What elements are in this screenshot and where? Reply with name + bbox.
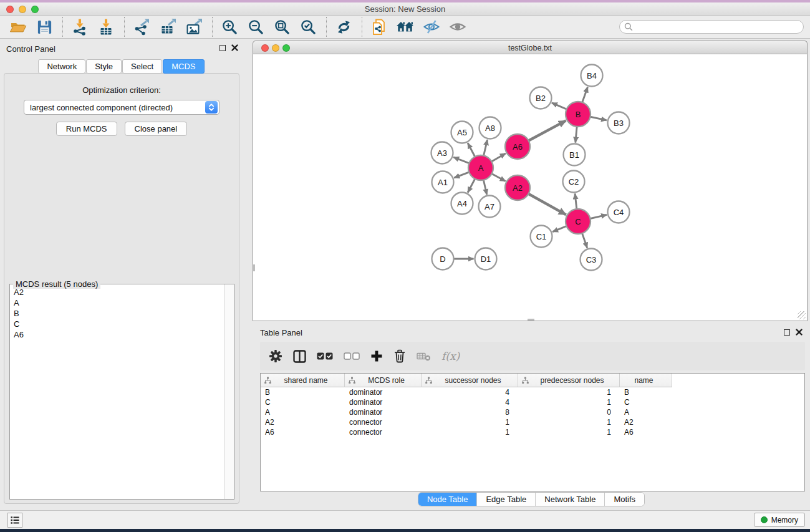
cell-successor-nodes: 4 bbox=[422, 397, 518, 407]
cytoscape-app: Session: New Session bbox=[0, 0, 810, 532]
export-network-button[interactable] bbox=[132, 17, 151, 36]
save-session-button[interactable] bbox=[35, 17, 54, 36]
result-item[interactable]: C bbox=[10, 319, 224, 329]
result-scrollbar[interactable] bbox=[224, 284, 234, 499]
delete-table-button[interactable] bbox=[417, 347, 431, 365]
tree-icon bbox=[264, 377, 271, 384]
optimization-criterion-select[interactable]: largest connected component (directed) bbox=[24, 100, 219, 115]
table-toolbar: f(x) bbox=[260, 342, 805, 370]
table-row[interactable]: C dominator 4 1 C bbox=[261, 397, 804, 407]
toolbar-separator bbox=[62, 17, 63, 37]
search-field[interactable] bbox=[619, 20, 804, 34]
column-header-mcds-role[interactable]: MCDS role bbox=[345, 374, 422, 387]
add-column-button[interactable] bbox=[370, 347, 383, 365]
graph-node-label-D: D bbox=[440, 254, 445, 264]
task-history-button[interactable] bbox=[7, 513, 22, 528]
tab-mcds[interactable]: MCDS bbox=[163, 59, 204, 74]
close-panel-icon[interactable] bbox=[231, 44, 238, 51]
column-header-successor-nodes[interactable]: successor nodes bbox=[422, 374, 518, 387]
memory-button[interactable]: Memory bbox=[754, 513, 805, 527]
cell-predecessor-nodes: 1 bbox=[518, 387, 620, 397]
import-table-button[interactable] bbox=[97, 17, 115, 36]
search-input[interactable] bbox=[633, 21, 803, 32]
column-header-name[interactable]: name bbox=[620, 374, 672, 387]
zoom-in-button[interactable] bbox=[220, 17, 239, 36]
float-panel-icon[interactable] bbox=[784, 329, 790, 336]
float-panel-icon[interactable] bbox=[219, 45, 226, 51]
zoom-selected-button[interactable] bbox=[299, 17, 317, 36]
result-item[interactable]: A2 bbox=[10, 287, 224, 297]
result-item[interactable]: B bbox=[10, 308, 224, 319]
main-titlebar[interactable]: Session: New Session bbox=[0, 2, 810, 16]
resize-grip[interactable] bbox=[798, 311, 806, 319]
zoom-selected-icon bbox=[300, 19, 317, 36]
toolbar-separator bbox=[362, 17, 362, 37]
cell-mcds-role: dominator bbox=[345, 397, 422, 407]
network-graph[interactable]: AA1A2A3A4A5A6A7A8BB1B2B3B4CC1C2C3C4DD1 bbox=[253, 54, 807, 320]
tab-network[interactable]: Network bbox=[38, 59, 85, 74]
cell-predecessor-nodes: 1 bbox=[518, 417, 620, 427]
column-header-predecessor-nodes[interactable]: predecessor nodes bbox=[518, 374, 620, 387]
table-row[interactable]: A6 connector 1 1 A6 bbox=[261, 427, 804, 437]
tab-network-table[interactable]: Network Table bbox=[536, 493, 605, 506]
show-columns-button[interactable] bbox=[293, 347, 306, 365]
toolbar-separator bbox=[326, 17, 327, 37]
tab-style[interactable]: Style bbox=[86, 59, 122, 74]
function-builder-button[interactable]: f(x) bbox=[441, 347, 460, 365]
tree-icon bbox=[522, 377, 529, 384]
tab-motifs[interactable]: Motifs bbox=[605, 493, 644, 506]
graph-node-label-A: A bbox=[478, 163, 484, 173]
close-panel-icon[interactable] bbox=[796, 329, 803, 336]
table-row[interactable]: A2 connector 1 1 A2 bbox=[261, 417, 804, 427]
graph-node-label-B4: B4 bbox=[587, 71, 597, 80]
eye-icon bbox=[449, 19, 466, 34]
tab-edge-table[interactable]: Edge Table bbox=[477, 493, 536, 506]
zoom-fit-button[interactable] bbox=[272, 17, 291, 36]
cell-name: B bbox=[620, 387, 672, 397]
export-table-icon bbox=[159, 18, 176, 36]
graph-node-label-C4: C4 bbox=[614, 208, 624, 217]
import-network-button[interactable] bbox=[70, 17, 89, 36]
list-icon bbox=[9, 515, 21, 526]
zoom-out-button[interactable] bbox=[246, 17, 265, 36]
table-header-row: shared name MCDS role bbox=[261, 374, 804, 387]
checked-boxes-icon bbox=[317, 352, 333, 360]
open-file-button[interactable] bbox=[9, 17, 27, 36]
result-item[interactable]: A6 bbox=[10, 329, 224, 340]
tab-select[interactable]: Select bbox=[122, 59, 162, 74]
homes-button[interactable] bbox=[396, 17, 415, 36]
mcds-result-box: MCDS result (5 nodes) A2 A B C A6 bbox=[9, 284, 234, 500]
graph-node-label-B: B bbox=[576, 110, 581, 119]
window-title: Session: New Session bbox=[0, 4, 810, 14]
graph-node-label-A6: A6 bbox=[513, 142, 523, 152]
result-item[interactable]: A bbox=[10, 297, 224, 308]
tab-node-table[interactable]: Node Table bbox=[418, 493, 478, 506]
network-window-title: testGlobe.txt bbox=[253, 44, 807, 52]
zoom-in-icon bbox=[221, 19, 238, 36]
run-mcds-button[interactable]: Run MCDS bbox=[56, 122, 117, 136]
network-canvas[interactable]: AA1A2A3A4A5A6A7A8BB1B2B3B4CC1C2C3C4DD1 bbox=[253, 54, 808, 321]
delete-column-button[interactable] bbox=[393, 347, 406, 365]
export-image-button[interactable] bbox=[185, 17, 203, 36]
copy-network-view-button[interactable] bbox=[370, 17, 388, 36]
trash-icon bbox=[393, 349, 406, 363]
toolbar-separator bbox=[124, 17, 125, 37]
table-row[interactable]: B dominator 4 1 B bbox=[261, 387, 804, 397]
table-row[interactable]: A dominator 8 0 A bbox=[261, 407, 804, 417]
table-settings-button[interactable] bbox=[269, 347, 282, 365]
select-all-button[interactable] bbox=[317, 347, 333, 365]
export-table-button[interactable] bbox=[158, 17, 177, 36]
network-window-titlebar[interactable]: testGlobe.txt bbox=[253, 41, 808, 54]
deselect-all-button[interactable] bbox=[344, 347, 360, 365]
zoom-fit-icon bbox=[274, 19, 291, 36]
toolbar-separator bbox=[212, 17, 213, 37]
show-graphics-details-button[interactable] bbox=[448, 17, 467, 36]
cell-name: A bbox=[620, 407, 672, 417]
column-header-shared-name[interactable]: shared name bbox=[261, 374, 345, 387]
optimization-criterion-label: Optimization criterion: bbox=[4, 85, 239, 95]
close-panel-button[interactable]: Close panel bbox=[125, 122, 188, 136]
hide-graphics-details-button[interactable] bbox=[422, 17, 441, 36]
network-hscroll-thumb[interactable] bbox=[528, 319, 534, 321]
refresh-view-button[interactable] bbox=[334, 17, 353, 36]
network-vscroll-thumb[interactable] bbox=[253, 264, 255, 271]
